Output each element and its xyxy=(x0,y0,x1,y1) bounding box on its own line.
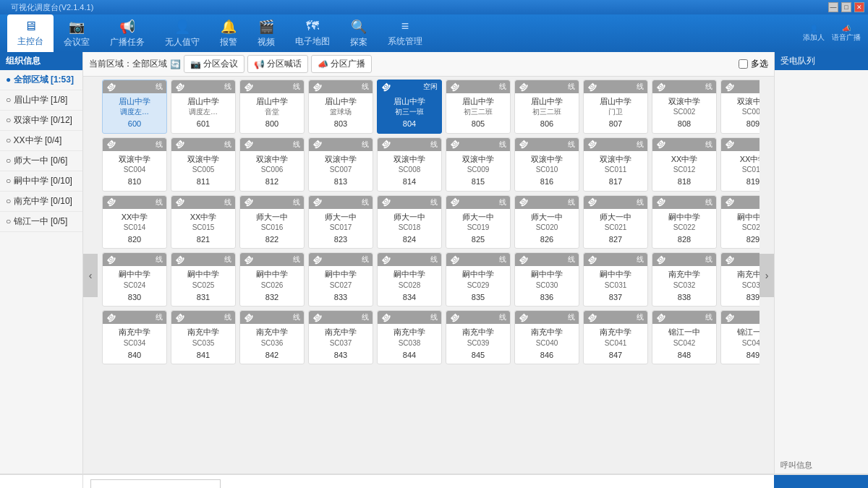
station-card-825[interactable]: ☎ 线 师大一中 SC019 825 xyxy=(446,195,511,249)
card-name-818: XX中学 xyxy=(671,154,698,165)
card-name-809: 双滚中学 xyxy=(737,96,760,107)
refresh-icon[interactable]: 🔄 xyxy=(170,59,181,69)
card-body-808: 双滚中学 SC002 808 xyxy=(652,93,716,133)
station-card-841[interactable]: ☎ 线 南充中学 SC035 841 xyxy=(171,310,236,364)
grid-prev-btn[interactable]: ‹ xyxy=(83,254,98,297)
station-card-840[interactable]: ☎ 线 南充中学 SC034 840 xyxy=(102,310,167,364)
sidebar-item-jinjiang[interactable]: ○ 锦江一中 [0/5] xyxy=(0,212,82,232)
station-card-829[interactable]: ☎ 线 嗣中中学 SC023 829 xyxy=(720,195,760,249)
station-card-811[interactable]: ☎ 线 双滚中学 SC005 811 xyxy=(171,137,236,192)
call-input[interactable] xyxy=(90,479,221,489)
nav-case[interactable]: 🔍 探案 xyxy=(340,14,378,52)
station-card-800[interactable]: ☎ 线 眉山中学 音堂 800 xyxy=(239,80,305,134)
nav-meeting[interactable]: 📷 会议室 xyxy=(54,14,100,52)
station-card-847[interactable]: ☎ 线 南充中学 SC041 847 xyxy=(583,310,648,364)
station-card-817[interactable]: ☎ 线 双滚中学 SC011 817 xyxy=(583,137,648,192)
sidebar-item-all[interactable]: ● 全部区域 [1:53] xyxy=(0,70,82,90)
station-card-828[interactable]: ☎ 线 嗣中中学 SC022 828 xyxy=(652,195,717,249)
nav-emap[interactable]: 🗺 电子地图 xyxy=(285,14,340,52)
card-name-800: 眉山中学 xyxy=(256,96,288,107)
card-header-831: ☎ 线 xyxy=(171,253,235,266)
phone-sym-842: ☎ xyxy=(242,311,255,325)
station-card-833[interactable]: ☎ 线 嗣中中学 SC027 833 xyxy=(308,252,373,307)
station-card-826[interactable]: ☎ 线 师大一中 SC020 826 xyxy=(514,195,579,249)
station-card-816[interactable]: ☎ 线 双滚中学 SC010 816 xyxy=(514,137,579,192)
station-card-823[interactable]: ☎ 线 师大一中 SC017 823 xyxy=(308,195,373,249)
card-header-844: ☎ 线 xyxy=(378,311,441,324)
station-card-837[interactable]: ☎ 线 嗣中中学 SC031 837 xyxy=(583,252,648,307)
station-card-814[interactable]: ☎ 线 双滚中学 SC008 814 xyxy=(377,137,442,192)
adduser-btn[interactable]: 👤 添加人 xyxy=(803,25,825,43)
station-card-601[interactable]: ☎ 线 眉山中学 调度左… 601 xyxy=(171,80,236,134)
voice-broadcast-btn[interactable]: 📣 语音广播 xyxy=(832,25,861,43)
station-card-831[interactable]: ☎ 线 嗣中中学 SC025 831 xyxy=(171,252,236,307)
station-card-805[interactable]: ☎ 线 眉山中学 初三二班 805 xyxy=(446,80,511,134)
station-card-824[interactable]: ☎ 线 师大一中 SC018 824 xyxy=(377,195,442,249)
nav-broadcast[interactable]: 📢 广播任务 xyxy=(100,14,155,52)
nav-main[interactable]: 🖥 主控台 xyxy=(7,14,54,52)
station-card-809[interactable]: ☎ 线 双滚中学 SC003 809 xyxy=(720,80,760,134)
multi-select-checkbox[interactable] xyxy=(739,59,748,69)
sub-broadcast-btn[interactable]: 📣 分区广播 xyxy=(311,55,372,73)
station-card-830[interactable]: ☎ 线 嗣中中学 SC024 830 xyxy=(102,252,167,307)
station-card-844[interactable]: ☎ 线 南充中学 SC038 844 xyxy=(377,310,442,364)
station-card-834[interactable]: ☎ 线 嗣中中学 SC028 834 xyxy=(377,252,442,307)
station-card-849[interactable]: ☎ 线 锦江一中 SC043 849 xyxy=(720,310,760,364)
station-card-842[interactable]: ☎ 线 南充中学 SC036 842 xyxy=(239,310,305,364)
station-card-843[interactable]: ☎ 线 南充中学 SC037 843 xyxy=(308,310,373,364)
phone-sym-847: ☎ xyxy=(585,311,599,325)
card-num-811: 811 xyxy=(197,176,210,187)
station-card-846[interactable]: ☎ 线 南充中学 SC040 846 xyxy=(514,310,579,364)
sidebar-item-nanzhong[interactable]: ○ 南充中学 [0/10] xyxy=(0,192,82,212)
station-card-845[interactable]: ☎ 线 南充中学 SC039 845 xyxy=(446,310,511,364)
station-card-820[interactable]: ☎ 线 XX中学 SC014 820 xyxy=(102,195,167,249)
bottom-right[interactable]: ☎ 右话机(空闲) xyxy=(774,475,868,488)
window-controls[interactable]: — □ ✕ xyxy=(828,2,864,12)
close-btn[interactable]: ✕ xyxy=(854,2,864,12)
station-card-815[interactable]: ☎ 线 双滚中学 SC009 815 xyxy=(446,137,511,192)
card-header-832: ☎ 线 xyxy=(240,253,304,266)
station-card-819[interactable]: ☎ 线 XX中学 SC013 819 xyxy=(720,137,760,192)
sub-meeting-btn[interactable]: 📷 分区会议 xyxy=(184,55,244,73)
station-card-807[interactable]: ☎ 线 眉山中学 门卫 807 xyxy=(583,80,648,134)
status-label-838: 线 xyxy=(705,254,712,265)
sidebar-item-shida[interactable]: ○ 师大一中 [0/6] xyxy=(0,151,82,171)
sidebar-item-shuanggun[interactable]: ○ 双滚中学 [0/12] xyxy=(0,111,82,131)
maximize-btn[interactable]: □ xyxy=(841,2,851,12)
station-card-827[interactable]: ☎ 线 师大一中 SC021 827 xyxy=(583,195,648,249)
station-card-836[interactable]: ☎ 线 嗣中中学 SC030 836 xyxy=(514,252,579,307)
station-card-600[interactable]: ☎ 线 眉山中学 调度左… 600 xyxy=(102,80,167,134)
phone-sym-809: ☎ xyxy=(723,80,736,93)
station-card-803[interactable]: ☎ 线 眉山中学 篮球场 803 xyxy=(308,80,373,134)
station-card-822[interactable]: ☎ 线 师大一中 SC016 822 xyxy=(239,195,305,249)
station-card-804[interactable]: ☎ 空闲 眉山中学 初三一班 804 xyxy=(377,80,442,134)
grid-next-btn[interactable]: › xyxy=(760,254,774,297)
card-name-823: 师大一中 xyxy=(325,212,357,223)
sidebar-item-meishan[interactable]: ○ 眉山中学 [1/8] xyxy=(0,90,82,111)
card-body-838: 南充中学 SC032 838 xyxy=(652,266,716,306)
nav-unmanned[interactable]: 👤 无人值守 xyxy=(155,14,210,52)
minimize-btn[interactable]: — xyxy=(828,2,838,12)
station-card-813[interactable]: ☎ 线 双滚中学 SC007 813 xyxy=(308,137,373,192)
station-card-818[interactable]: ☎ 线 XX中学 SC012 818 xyxy=(652,137,717,192)
sidebar-item-sizhong[interactable]: ○ 嗣中中学 [0/10] xyxy=(0,171,82,192)
station-card-838[interactable]: ☎ 线 南充中学 SC032 838 xyxy=(652,252,717,307)
nav-sysmgr-label: 系统管理 xyxy=(388,35,422,48)
sub-shout-btn[interactable]: 📢 分区喊话 xyxy=(247,55,308,73)
nav-sysmgr[interactable]: ≡ 系统管理 xyxy=(378,14,433,52)
nav-video[interactable]: 🎬 视频 xyxy=(247,14,285,52)
card-num-835: 835 xyxy=(472,292,485,303)
station-card-848[interactable]: ☎ 线 锦江一中 SC042 848 xyxy=(652,310,717,364)
station-card-808[interactable]: ☎ 线 双滚中学 SC002 808 xyxy=(652,80,717,134)
station-card-839[interactable]: ☎ 线 南充中学 SC033 839 xyxy=(720,252,760,307)
station-card-835[interactable]: ☎ 线 嗣中中学 SC029 835 xyxy=(446,252,511,307)
nav-alarm[interactable]: 🔔 报警 xyxy=(210,14,247,52)
station-card-812[interactable]: ☎ 线 双滚中学 SC006 812 xyxy=(239,137,305,192)
station-card-810[interactable]: ☎ 线 双滚中学 SC004 810 xyxy=(102,137,167,192)
station-card-832[interactable]: ☎ 线 嗣中中学 SC026 832 xyxy=(239,252,305,307)
alarm-icon: 🔔 xyxy=(221,19,237,35)
station-card-806[interactable]: ☎ 线 眉山中学 初三二班 806 xyxy=(514,80,579,134)
sidebar-item-xx[interactable]: ○ XX中学 [0/4] xyxy=(0,131,82,151)
phone-sym-808: ☎ xyxy=(654,80,668,93)
station-card-821[interactable]: ☎ 线 XX中学 SC015 821 xyxy=(171,195,236,249)
